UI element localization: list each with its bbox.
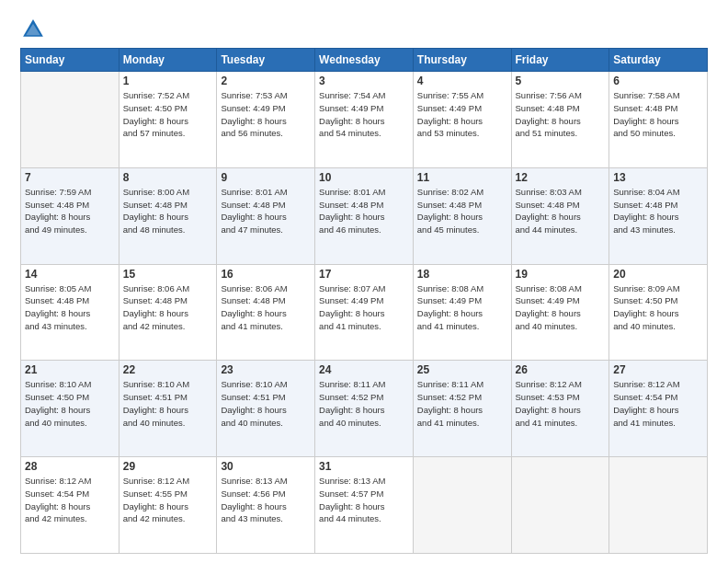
day-number: 8 xyxy=(123,171,213,184)
calendar-cell: 25Sunrise: 8:11 AM Sunset: 4:52 PM Dayli… xyxy=(413,361,511,457)
day-number: 18 xyxy=(417,268,507,281)
day-number: 14 xyxy=(25,268,115,281)
calendar-cell: 17Sunrise: 8:07 AM Sunset: 4:49 PM Dayli… xyxy=(315,264,414,361)
calendar-cell: 18Sunrise: 8:08 AM Sunset: 4:49 PM Dayli… xyxy=(413,264,511,361)
calendar-cell: 14Sunrise: 8:05 AM Sunset: 4:48 PM Dayli… xyxy=(21,264,119,361)
calendar-cell: 3Sunrise: 7:54 AM Sunset: 4:49 PM Daylig… xyxy=(315,72,414,168)
calendar-cell: 21Sunrise: 8:10 AM Sunset: 4:50 PM Dayli… xyxy=(21,361,119,457)
day-number: 1 xyxy=(123,75,213,87)
day-info: Sunrise: 7:58 AM Sunset: 4:48 PM Dayligh… xyxy=(613,89,703,140)
calendar-cell: 6Sunrise: 7:58 AM Sunset: 4:48 PM Daylig… xyxy=(609,72,708,168)
day-info: Sunrise: 8:06 AM Sunset: 4:48 PM Dayligh… xyxy=(221,282,311,333)
calendar-cell: 9Sunrise: 8:01 AM Sunset: 4:48 PM Daylig… xyxy=(217,167,315,264)
calendar-header-row: SundayMondayTuesdayWednesdayThursdayFrid… xyxy=(21,49,708,72)
day-number: 21 xyxy=(25,363,115,376)
weekday-header: Wednesday xyxy=(315,49,414,72)
calendar-cell: 8Sunrise: 8:00 AM Sunset: 4:48 PM Daylig… xyxy=(119,167,217,264)
calendar-cell: 20Sunrise: 8:09 AM Sunset: 4:50 PM Dayli… xyxy=(609,264,708,361)
calendar-week-row: 28Sunrise: 8:12 AM Sunset: 4:54 PM Dayli… xyxy=(21,457,708,554)
day-number: 7 xyxy=(25,171,115,184)
day-info: Sunrise: 8:06 AM Sunset: 4:48 PM Dayligh… xyxy=(123,282,213,333)
calendar-cell: 19Sunrise: 8:08 AM Sunset: 4:49 PM Dayli… xyxy=(511,264,609,361)
day-number: 4 xyxy=(417,75,507,87)
calendar-cell: 2Sunrise: 7:53 AM Sunset: 4:49 PM Daylig… xyxy=(217,72,315,168)
calendar-cell xyxy=(609,457,708,554)
day-info: Sunrise: 8:03 AM Sunset: 4:48 PM Dayligh… xyxy=(516,186,606,236)
weekday-header: Thursday xyxy=(413,49,511,72)
day-number: 11 xyxy=(417,171,507,184)
calendar-cell xyxy=(21,72,119,168)
day-number: 28 xyxy=(25,460,115,473)
day-info: Sunrise: 8:10 AM Sunset: 4:51 PM Dayligh… xyxy=(123,378,213,429)
day-info: Sunrise: 8:12 AM Sunset: 4:54 PM Dayligh… xyxy=(613,378,703,429)
day-number: 2 xyxy=(221,75,311,87)
day-number: 16 xyxy=(221,268,311,281)
day-info: Sunrise: 8:08 AM Sunset: 4:49 PM Dayligh… xyxy=(417,282,507,333)
calendar-cell: 15Sunrise: 8:06 AM Sunset: 4:48 PM Dayli… xyxy=(119,264,217,361)
day-number: 9 xyxy=(221,171,311,184)
calendar-cell: 11Sunrise: 8:02 AM Sunset: 4:48 PM Dayli… xyxy=(413,167,511,264)
calendar-cell: 29Sunrise: 8:12 AM Sunset: 4:55 PM Dayli… xyxy=(119,457,217,554)
day-info: Sunrise: 7:53 AM Sunset: 4:49 PM Dayligh… xyxy=(221,89,311,140)
day-info: Sunrise: 8:00 AM Sunset: 4:48 PM Dayligh… xyxy=(123,186,213,236)
calendar-cell xyxy=(413,457,511,554)
calendar-week-row: 14Sunrise: 8:05 AM Sunset: 4:48 PM Dayli… xyxy=(21,264,708,361)
day-info: Sunrise: 8:04 AM Sunset: 4:48 PM Dayligh… xyxy=(613,186,703,236)
calendar-cell: 26Sunrise: 8:12 AM Sunset: 4:53 PM Dayli… xyxy=(511,361,609,457)
calendar-week-row: 21Sunrise: 8:10 AM Sunset: 4:50 PM Dayli… xyxy=(21,361,708,457)
day-info: Sunrise: 8:02 AM Sunset: 4:48 PM Dayligh… xyxy=(417,186,507,236)
day-info: Sunrise: 8:01 AM Sunset: 4:48 PM Dayligh… xyxy=(319,186,409,236)
calendar-cell: 4Sunrise: 7:55 AM Sunset: 4:49 PM Daylig… xyxy=(413,72,511,168)
day-number: 20 xyxy=(613,268,703,281)
day-number: 10 xyxy=(319,171,409,184)
calendar-cell: 30Sunrise: 8:13 AM Sunset: 4:56 PM Dayli… xyxy=(217,457,315,554)
calendar-cell: 5Sunrise: 7:56 AM Sunset: 4:48 PM Daylig… xyxy=(511,72,609,168)
day-info: Sunrise: 8:10 AM Sunset: 4:50 PM Dayligh… xyxy=(25,378,115,429)
day-number: 22 xyxy=(123,363,213,376)
calendar-cell xyxy=(511,457,609,554)
calendar-table: SundayMondayTuesdayWednesdayThursdayFrid… xyxy=(20,48,708,554)
day-number: 23 xyxy=(221,363,311,376)
weekday-header: Sunday xyxy=(21,49,119,72)
day-number: 27 xyxy=(613,363,703,376)
day-info: Sunrise: 7:52 AM Sunset: 4:50 PM Dayligh… xyxy=(123,89,213,140)
calendar-cell: 12Sunrise: 8:03 AM Sunset: 4:48 PM Dayli… xyxy=(511,167,609,264)
day-number: 24 xyxy=(319,363,409,376)
day-number: 19 xyxy=(516,268,606,281)
calendar-cell: 27Sunrise: 8:12 AM Sunset: 4:54 PM Dayli… xyxy=(609,361,708,457)
day-number: 13 xyxy=(613,171,703,184)
calendar-cell: 10Sunrise: 8:01 AM Sunset: 4:48 PM Dayli… xyxy=(315,167,414,264)
day-number: 31 xyxy=(319,460,409,473)
day-number: 12 xyxy=(516,171,606,184)
day-info: Sunrise: 8:01 AM Sunset: 4:48 PM Dayligh… xyxy=(221,186,311,236)
day-info: Sunrise: 8:11 AM Sunset: 4:52 PM Dayligh… xyxy=(319,378,409,429)
day-number: 30 xyxy=(221,460,311,473)
day-info: Sunrise: 8:12 AM Sunset: 4:53 PM Dayligh… xyxy=(516,378,606,429)
page: SundayMondayTuesdayWednesdayThursdayFrid… xyxy=(0,0,728,563)
day-number: 25 xyxy=(417,363,507,376)
day-info: Sunrise: 8:07 AM Sunset: 4:49 PM Dayligh… xyxy=(319,282,409,333)
day-number: 29 xyxy=(123,460,213,473)
day-info: Sunrise: 8:13 AM Sunset: 4:56 PM Dayligh… xyxy=(221,475,311,525)
logo-icon xyxy=(20,17,46,42)
calendar-week-row: 1Sunrise: 7:52 AM Sunset: 4:50 PM Daylig… xyxy=(21,72,708,168)
weekday-header: Tuesday xyxy=(217,49,315,72)
calendar-cell: 22Sunrise: 8:10 AM Sunset: 4:51 PM Dayli… xyxy=(119,361,217,457)
calendar-cell: 7Sunrise: 7:59 AM Sunset: 4:48 PM Daylig… xyxy=(21,167,119,264)
calendar-cell: 31Sunrise: 8:13 AM Sunset: 4:57 PM Dayli… xyxy=(315,457,414,554)
day-info: Sunrise: 8:08 AM Sunset: 4:49 PM Dayligh… xyxy=(516,282,606,333)
calendar-cell: 23Sunrise: 8:10 AM Sunset: 4:51 PM Dayli… xyxy=(217,361,315,457)
day-number: 6 xyxy=(613,75,703,87)
calendar-week-row: 7Sunrise: 7:59 AM Sunset: 4:48 PM Daylig… xyxy=(21,167,708,264)
header xyxy=(20,17,708,42)
weekday-header: Friday xyxy=(511,49,609,72)
day-info: Sunrise: 8:12 AM Sunset: 4:55 PM Dayligh… xyxy=(123,475,213,525)
logo xyxy=(20,17,50,42)
day-info: Sunrise: 7:56 AM Sunset: 4:48 PM Dayligh… xyxy=(516,89,606,140)
day-info: Sunrise: 8:09 AM Sunset: 4:50 PM Dayligh… xyxy=(613,282,703,333)
day-info: Sunrise: 7:59 AM Sunset: 4:48 PM Dayligh… xyxy=(25,186,115,236)
calendar-cell: 28Sunrise: 8:12 AM Sunset: 4:54 PM Dayli… xyxy=(21,457,119,554)
weekday-header: Monday xyxy=(119,49,217,72)
day-number: 15 xyxy=(123,268,213,281)
day-info: Sunrise: 8:11 AM Sunset: 4:52 PM Dayligh… xyxy=(417,378,507,429)
